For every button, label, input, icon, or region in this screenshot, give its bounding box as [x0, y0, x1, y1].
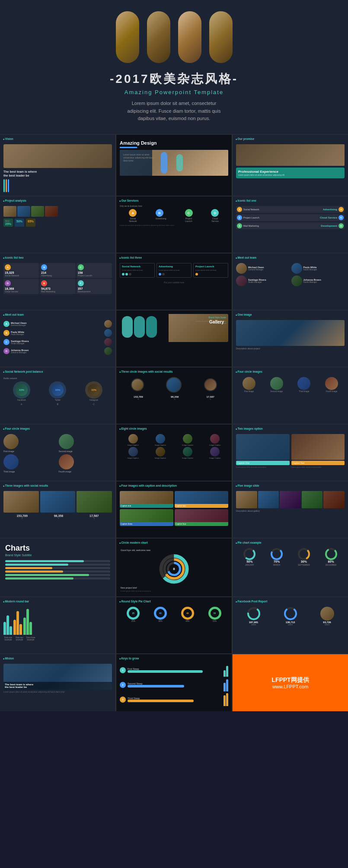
one-image [236, 320, 345, 346]
h-bar-fill-1 [5, 560, 84, 562]
four-circles-grid: First image Second image Third image Fou… [3, 434, 112, 473]
ts-photo-2 [104, 329, 112, 337]
pie-row: 50% JANUARY 70% MARCH 30% [236, 548, 345, 566]
hero-pillars [116, 11, 233, 63]
i3-col-title-3: Project Launch [195, 265, 226, 268]
pie-label-jan: JANUARY [245, 564, 254, 566]
ec-item-6: Image Caption [147, 447, 173, 459]
i3-dot-2-2 [162, 273, 165, 276]
circle-img-2 [166, 377, 182, 393]
project-img-4 [45, 206, 58, 217]
slides-row-6: Four circle images First image Second im… [0, 424, 348, 481]
ec-cap-4: Image Caption [209, 444, 220, 446]
social-tw: 33% Twitter [49, 381, 66, 401]
svc-label-c: ProjectLaunch [185, 217, 193, 222]
key-vbar-3 [223, 693, 228, 706]
two-img-desc-1: Lorem ipsum dolor sit amet consectetur [236, 466, 290, 468]
i2-val-f: 357 [78, 287, 111, 290]
h-bar-5 [5, 574, 110, 576]
ec-img-3 [183, 434, 192, 444]
charts-sublabel: Brand Style Subtitle [5, 554, 110, 557]
svc-icon-b: B [156, 209, 163, 217]
i2-letter-c: C [78, 264, 84, 270]
ti-img-2 [40, 491, 76, 513]
ts-info-3: Santiago Rivera Studio Manager [11, 340, 29, 345]
i3-col-text-2: Lorem ipsum dolor sit amet [159, 269, 189, 272]
mission-image: The best team is wherethe best leader be [3, 664, 112, 690]
h-bar-fill-3 [5, 567, 52, 569]
rb-group-1 [3, 615, 12, 635]
eightcircle-label: Eight circle images [119, 427, 147, 430]
service-b: B Advertising [156, 209, 166, 222]
i2-val-c: 158 [78, 271, 111, 274]
threeimg-stat-2: 98,358 ▼ [54, 514, 63, 520]
social-tw-name: Twitter [49, 399, 66, 401]
slides-row-9: Modern round bar [0, 597, 348, 653]
service-a: A SocialNetwork [129, 209, 137, 222]
ec-cap-6: Image Caption [155, 457, 166, 459]
i2-name-e: Mail Marketing [41, 290, 74, 293]
fc2-label-4: Fourth image [59, 470, 71, 473]
ec-item-5: Image Caption [120, 447, 146, 459]
i2-name-c: Project Launch [78, 274, 111, 277]
social-ig-name: Instagram [85, 399, 102, 401]
i3-col-title-2: Advertising [159, 265, 189, 268]
fc1-img-4 [325, 377, 338, 390]
i3-col-2: Advertising Lorem ipsum dolor sit amet [156, 263, 192, 278]
i3-col-title-1: Social Network [122, 265, 153, 268]
key-row-2: 2 Second Steep [120, 678, 228, 691]
pie-item-dec: 80% DECEMBER [325, 548, 337, 566]
svc-label-b: Advertising [156, 217, 166, 220]
three-circle-slide: Three circle images with social results … [116, 367, 232, 424]
fb-item-2: 138,713 LIKES [273, 607, 308, 626]
rb-bar-1-1 [3, 622, 6, 635]
five-img-row [236, 491, 345, 508]
fb-sub-2: LIKES [288, 624, 293, 626]
threeimg-val-2: 98,358 [54, 514, 63, 517]
i2-val-d: 18,368 [5, 287, 38, 290]
iconic2-grid: A 15,325 Social Network B 214 Advertisin… [3, 263, 112, 294]
roundbar-label-2: Data two example [15, 637, 24, 641]
social-ig-inner: 33% [88, 384, 100, 396]
fv-img-1 [236, 491, 257, 508]
rp-pct-1: 25 [132, 612, 135, 615]
keys-label: Keys to grow [119, 657, 139, 660]
fc2-label-1: First image [3, 450, 14, 453]
ts-row-1: A Michael Owen General Manager [3, 320, 112, 328]
donut-chart-svg: 8 [158, 553, 190, 585]
vision-slide: Vision The best team is where the best l… [0, 135, 115, 196]
two-img-cap-1: Caption One [236, 461, 290, 465]
fb-sub-1: LIKES [251, 624, 256, 626]
fourcircle1-label: Four circle images [236, 370, 262, 373]
ts-name-2: Paula White [11, 331, 24, 333]
fi-item-2: Caption two [175, 491, 228, 508]
slides-row-1: Vision The best team is where the best l… [0, 135, 348, 196]
hero-title-english: Amazing Powerpoint Template [125, 89, 223, 95]
four-imgs-grid: Caption one Caption two Caption three Ca… [120, 491, 228, 526]
meet-team-slide: Meet out team Michael Owen General Manag… [233, 253, 348, 310]
fiveimg-label: Five image slide [236, 484, 259, 487]
fi-item-1: Caption one [120, 491, 173, 508]
svc-label-d: CloudService [211, 217, 219, 222]
fi-cap-3: Caption three [120, 522, 173, 526]
fc1-img-3 [297, 377, 310, 390]
roundbar-label: Modern round bar [3, 600, 29, 603]
rb-group-3 [23, 609, 32, 635]
social-sublabel: Battle network [3, 377, 112, 380]
fi-cap-2: Caption two [175, 504, 228, 508]
i2-name-b: Advertising [41, 274, 74, 277]
i3-col-text-3: Lorem ipsum dolor sit amet [195, 269, 226, 272]
ts-info-1: Michael Owen General Manager [11, 322, 27, 326]
team-member-3: Santiago Rivera Studio Manager [236, 276, 290, 286]
social-fb-inner: 33% [16, 384, 28, 396]
threeimg-stat-1: 153,789 ▼ [16, 514, 27, 520]
ti-img-3 [77, 491, 112, 513]
oneimg-desc: Description about project [236, 347, 345, 350]
iconic3-label: Iconic list three [119, 256, 142, 259]
pie-pct-sep: 30% [301, 560, 307, 563]
ec-item-8: Image Caption [202, 447, 228, 459]
team-role-1: General Manager [248, 269, 264, 271]
amazing-design-slide: Amazing Design Lorem ipsum dolor sit ame… [116, 135, 232, 196]
rp-item-2: 60 60% [154, 607, 167, 622]
amazing-title: Amazing Design [120, 140, 228, 146]
